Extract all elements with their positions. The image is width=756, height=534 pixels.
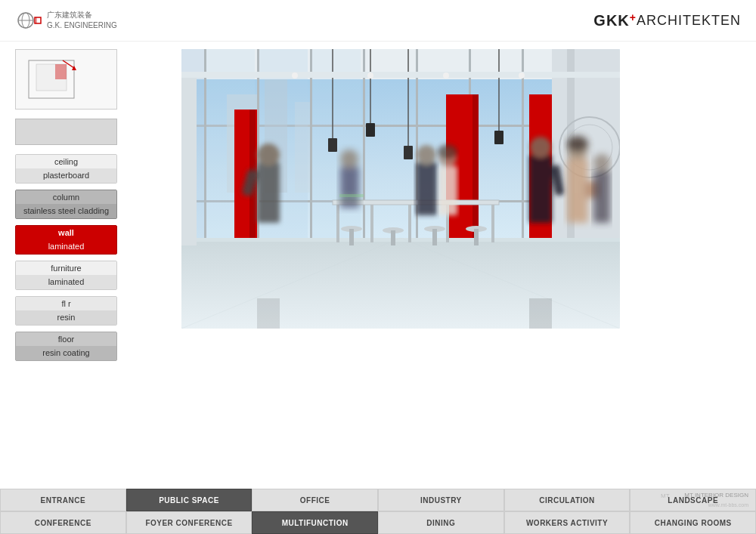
svg-rect-76 (529, 155, 552, 223)
color-swatch-area (15, 119, 117, 145)
svg-point-69 (340, 150, 358, 168)
svg-rect-70 (339, 197, 361, 199)
svg-rect-52 (336, 205, 339, 242)
category-furniture-subtitle: laminated (16, 275, 116, 289)
category-wall-title: wall (16, 226, 116, 239)
nav-btn-industry[interactable]: INDUSTRY (378, 489, 504, 511)
nav-btn-public-space[interactable]: PUBLIC SPACE (126, 489, 253, 511)
category-floor-subtitle: resin coating (16, 346, 116, 360)
nav-btn-foyer-conference[interactable]: FOYER CONFERENCE (126, 511, 253, 534)
category-ceiling[interactable]: ceiling plasterboard (15, 154, 117, 184)
category-column-title: column (16, 190, 116, 204)
svg-rect-65 (257, 162, 280, 223)
nav-btn-office[interactable]: OFFICE (252, 489, 378, 511)
category-column-subtitle: stainless steel cladding (16, 204, 116, 218)
svg-rect-3 (35, 17, 41, 23)
svg-rect-68 (340, 166, 359, 208)
watermark-text-1: MT INTERIOR DESIGN (684, 492, 748, 499)
bottom-nav: ENTRANCE PUBLIC SPACE OFFICE INDUSTRY CI… (0, 489, 756, 534)
logo-left-text: 广东建筑装备 G.K. ENGINEERING (47, 10, 117, 31)
svg-rect-34 (181, 238, 620, 242)
svg-rect-91 (257, 298, 280, 329)
svg-rect-41 (472, 94, 479, 238)
header: 广东建筑装备 G.K. ENGINEERING GKK+ARCHITEKTEN (0, 0, 756, 42)
logo-plus: + (630, 11, 637, 23)
nav-btn-dining[interactable]: DINING (378, 511, 504, 534)
category-fir-title: fl r (16, 297, 116, 310)
svg-rect-53 (370, 205, 373, 242)
nav-btn-entrance[interactable]: ENTRANCE (0, 489, 126, 511)
category-wall-subtitle: laminated (16, 239, 116, 254)
svg-rect-60 (391, 230, 395, 245)
svg-rect-62 (432, 229, 437, 245)
svg-point-89 (443, 73, 449, 79)
nav-btn-multifunction[interactable]: MULTIFUNCTION (252, 511, 378, 534)
category-fir-subtitle: resin (16, 310, 116, 325)
svg-rect-33 (181, 238, 620, 329)
svg-rect-46 (366, 123, 375, 137)
svg-rect-79 (567, 159, 588, 223)
svg-rect-83 (593, 170, 610, 223)
svg-rect-28 (295, 102, 310, 193)
category-fir[interactable]: fl r resin (15, 296, 117, 326)
nav-row-1: ENTRANCE PUBLIC SPACE OFFICE INDUSTRY CI… (0, 489, 756, 511)
main-content: ceiling plasterboard column stainless st… (0, 42, 756, 474)
floor-plan-svg (25, 57, 108, 102)
category-furniture[interactable]: furniture laminated (15, 261, 117, 290)
nav-btn-circulation[interactable]: CIRCULATION (504, 489, 631, 511)
svg-rect-48 (404, 146, 413, 159)
right-panel (181, 49, 741, 466)
logo-left: 广东建筑装备 G.K. ENGINEERING (15, 7, 117, 34)
svg-rect-92 (529, 298, 552, 329)
left-panel: ceiling plasterboard column stainless st… (15, 49, 166, 466)
svg-rect-7 (55, 64, 67, 79)
category-column[interactable]: column stainless steel cladding (15, 190, 117, 219)
scene-svg (181, 49, 620, 329)
svg-point-88 (367, 73, 373, 79)
svg-point-84 (593, 154, 610, 171)
svg-point-72 (417, 145, 436, 165)
svg-point-77 (530, 137, 551, 158)
svg-point-75 (438, 144, 457, 159)
logo-gkk: GKK (593, 12, 629, 29)
category-ceiling-title: ceiling (16, 155, 116, 168)
floor-plan-thumbnail[interactable] (15, 49, 117, 110)
svg-text:MT: MT (661, 492, 670, 499)
svg-point-90 (519, 73, 525, 79)
svg-rect-58 (349, 229, 354, 245)
svg-rect-64 (474, 229, 479, 245)
svg-rect-73 (438, 166, 457, 215)
svg-rect-85 (339, 194, 364, 197)
svg-point-87 (292, 73, 298, 79)
watermark-logo: MT MT INTERIOR DESIGN (661, 487, 748, 502)
svg-point-66 (257, 144, 280, 166)
nav-btn-workers-activity[interactable]: WORKERS ACTIVITY (504, 511, 631, 534)
logo-left-icon (15, 7, 42, 34)
svg-rect-86 (181, 72, 620, 78)
watermark-icon: MT (661, 487, 682, 502)
category-wall[interactable]: wall laminated (15, 225, 117, 255)
svg-rect-44 (328, 138, 337, 152)
category-furniture-title: furniture (16, 261, 116, 275)
main-image (181, 49, 620, 329)
watermark: MT MT INTERIOR DESIGN www.mt-bbs.com (661, 487, 748, 508)
svg-point-81 (567, 136, 588, 153)
svg-rect-54 (408, 205, 411, 242)
nav-row-2: CONFERENCE FOYER CONFERENCE MULTIFUNCTIO… (0, 511, 756, 534)
category-ceiling-subtitle: plasterboard (16, 168, 116, 183)
svg-rect-50 (494, 131, 503, 144)
nav-btn-conference[interactable]: CONFERENCE (0, 511, 126, 534)
svg-rect-37 (181, 72, 197, 245)
nav-btn-changing-rooms[interactable]: CHANGING ROOMS (630, 511, 756, 534)
category-floor-title: floor (16, 332, 116, 346)
watermark-text-2: www.mt-bbs.com (661, 502, 748, 508)
svg-rect-56 (491, 205, 494, 242)
svg-rect-71 (416, 162, 437, 215)
logo-right: GKK+ARCHITEKTEN (593, 12, 741, 29)
category-floor[interactable]: floor resin coating (15, 332, 117, 361)
logo-architekten: ARCHITEKTEN (637, 13, 741, 29)
